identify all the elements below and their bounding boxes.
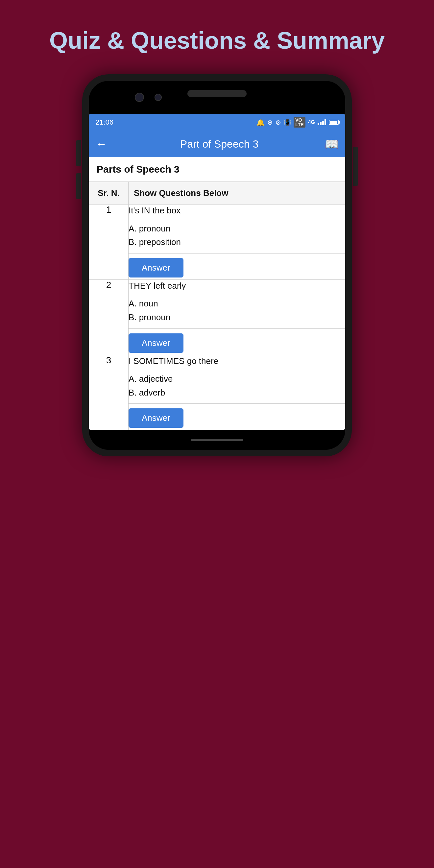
- book-icon[interactable]: 📖: [325, 137, 339, 151]
- sr-cell: 1: [89, 205, 129, 280]
- front-camera-right: [155, 94, 162, 101]
- option-item: B. pronoun: [129, 311, 345, 324]
- app-bar-title: Part of Speech 3: [114, 138, 325, 150]
- header-question: Show Questions Below: [129, 182, 345, 205]
- header-sr: Sr. N.: [89, 182, 129, 205]
- back-button[interactable]: ←: [95, 137, 107, 151]
- answer-divider: [129, 253, 345, 253]
- phone-bottom: [89, 430, 345, 450]
- app-bar: ← Part of Speech 3 📖: [89, 131, 345, 157]
- status-time: 21:06: [95, 118, 114, 127]
- phone-frame: 21:06 🔔 ⊕ ⊗ 📳 VOLTE 4G: [82, 74, 352, 456]
- content-area: Parts of Speech 3 Sr. N. Show Questions …: [89, 157, 345, 430]
- status-icons: 🔔 ⊕ ⊗ 📳 VOLTE 4G: [256, 117, 339, 128]
- options-list: A. pronounB. preposition: [129, 222, 345, 249]
- question-text: I SOMETIMES go there: [129, 355, 345, 367]
- battery-icon: [329, 120, 339, 125]
- data-icon: ⊗: [276, 118, 281, 126]
- vibrate-icon: 📳: [284, 119, 291, 126]
- sr-cell: 2: [89, 279, 129, 355]
- phone-speaker: [187, 90, 247, 97]
- table-row: 2THEY left earlyA. nounB. pronounAnswer: [89, 279, 345, 355]
- question-cell: I SOMETIMES go thereA. adjectiveB. adver…: [129, 355, 345, 430]
- option-item: A. pronoun: [129, 222, 345, 236]
- answer-divider: [129, 403, 345, 404]
- question-text: It's IN the box: [129, 205, 345, 216]
- answer-button[interactable]: Answer: [129, 408, 183, 428]
- option-item: A. noun: [129, 297, 345, 311]
- volume-up-button[interactable]: [76, 140, 81, 166]
- question-cell: It's IN the boxA. pronounB. prepositionA…: [129, 205, 345, 280]
- front-camera-left: [135, 93, 144, 102]
- question-cell: THEY left earlyA. nounB. pronounAnswer: [129, 279, 345, 355]
- signal-bars: [318, 119, 326, 125]
- wifi-icon: ⊕: [267, 118, 273, 126]
- options-list: A. nounB. pronoun: [129, 297, 345, 324]
- question-text: THEY left early: [129, 280, 345, 291]
- table-header: Sr. N. Show Questions Below: [89, 182, 345, 205]
- option-item: B. adverb: [129, 386, 345, 400]
- quiz-table: Sr. N. Show Questions Below 1It's IN the…: [89, 182, 345, 430]
- bell-icon: 🔔: [256, 118, 265, 126]
- option-item: B. preposition: [129, 236, 345, 249]
- answer-divider: [129, 329, 345, 329]
- answer-button[interactable]: Answer: [129, 258, 183, 278]
- phone-notch: [89, 81, 345, 114]
- section-title: Parts of Speech 3: [89, 157, 345, 182]
- page-title: Quiz & Questions & Summary: [49, 26, 385, 55]
- 4g-label: 4G: [308, 119, 315, 125]
- volte-badge: VOLTE: [293, 117, 305, 128]
- table-row: 3I SOMETIMES go thereA. adjectiveB. adve…: [89, 355, 345, 430]
- power-button[interactable]: [353, 147, 358, 186]
- volume-down-button[interactable]: [76, 173, 81, 199]
- home-indicator: [191, 439, 243, 441]
- options-list: A. adjectiveB. adverb: [129, 372, 345, 400]
- table-row: 1It's IN the boxA. pronounB. preposition…: [89, 205, 345, 280]
- status-bar: 21:06 🔔 ⊕ ⊗ 📳 VOLTE 4G: [89, 114, 345, 131]
- answer-button[interactable]: Answer: [129, 333, 183, 353]
- option-item: A. adjective: [129, 372, 345, 386]
- sr-cell: 3: [89, 355, 129, 430]
- phone-screen: 21:06 🔔 ⊕ ⊗ 📳 VOLTE 4G: [89, 114, 345, 430]
